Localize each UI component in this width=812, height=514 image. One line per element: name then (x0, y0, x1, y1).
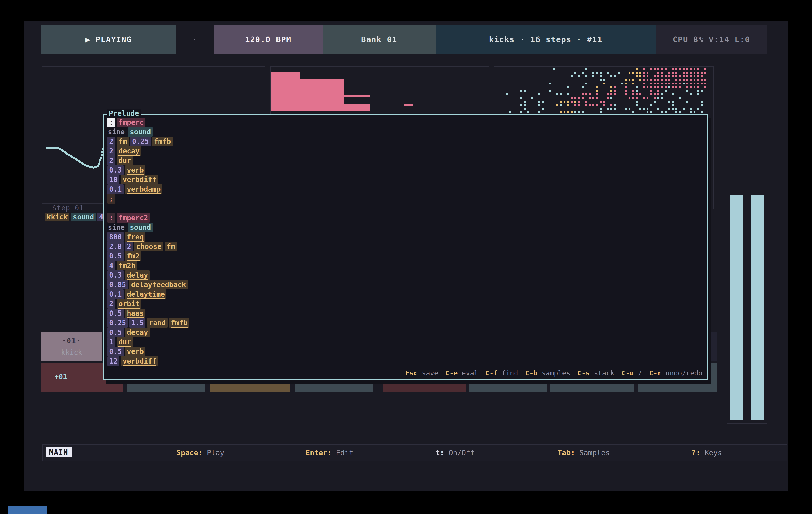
bpm-display[interactable]: 120.0 BPM (213, 25, 323, 54)
stack-dot (578, 100, 580, 102)
stack-dot (567, 100, 569, 102)
taskbar-fragment (8, 506, 47, 514)
stack-dot (643, 79, 645, 81)
stack-dot (596, 97, 598, 99)
editor-token: orbit (117, 299, 141, 309)
editor-line[interactable]: 2dur (108, 156, 705, 165)
stack-dot (690, 68, 692, 70)
editor-token: 0.25 (130, 137, 150, 146)
status-hint: Space: Play (176, 445, 224, 461)
editor-line[interactable]: 2orbit (108, 299, 705, 309)
editor-line[interactable]: ; (108, 194, 705, 204)
stack-dot (636, 68, 638, 70)
editor-token: sine (108, 222, 126, 232)
stack-dot (694, 72, 695, 73)
stack-dot (690, 79, 692, 81)
waveform-dot (53, 147, 55, 149)
editor-line[interactable]: 0.5verb (108, 347, 705, 356)
stack-dot (607, 72, 609, 73)
editor-line[interactable]: 12verbdiff (108, 356, 705, 366)
stack-dot (610, 97, 612, 99)
stack-dot (636, 104, 638, 106)
keybinding-action: undo/redo (662, 369, 702, 377)
stack-dot (610, 108, 612, 110)
editor-line[interactable]: sinesound (108, 222, 705, 232)
editor-line[interactable]: 4fm2h (108, 261, 705, 270)
stack-dot (650, 68, 652, 70)
editor-line[interactable]: 0.85delayfeedback (108, 280, 705, 290)
track-info[interactable]: kicks · 16 steps · #11 (436, 25, 656, 54)
editor-line[interactable]: 2.82choosefm (108, 242, 705, 251)
stack-dot (596, 104, 598, 106)
stack-dot (675, 72, 677, 73)
stack-dot (686, 83, 688, 85)
stack-dot (661, 112, 663, 113)
stack-dot (646, 108, 648, 110)
editor-line[interactable]: 0.1verbdamp (108, 184, 705, 194)
waveform-dot (59, 148, 61, 150)
stack-dot (524, 100, 526, 102)
editor-token: choose (135, 242, 163, 251)
stack-dot (556, 104, 558, 106)
editor-line[interactable]: :fmperc2 (108, 213, 705, 222)
editor-token: fmperc2 (117, 213, 150, 222)
keybinding-key: C-b (525, 369, 538, 377)
stack-dot (563, 100, 566, 102)
system-stats[interactable]: CPU 8% V:14 L:0 (656, 25, 767, 54)
editor-token: verbdamp (125, 184, 163, 194)
editor-line[interactable]: 0.3delay (108, 270, 705, 280)
editor-line[interactable]: :fmperc (108, 118, 705, 127)
stack-dot (675, 86, 677, 88)
editor-token: 1 (108, 337, 115, 347)
stack-dot (661, 83, 663, 85)
stack-dot (683, 83, 685, 85)
editor-line[interactable]: 0.5decay (108, 328, 705, 337)
code-editor[interactable]: Prelude :fmpercsinesound2fm0.25fmfb2deca… (104, 114, 708, 380)
editor-token: dur (117, 156, 133, 165)
stack-dot (650, 90, 652, 92)
stack-dot (614, 108, 616, 110)
stack-dot (582, 72, 583, 73)
status-hint: ?: Keys (692, 445, 722, 461)
stack-dot (632, 79, 634, 81)
editor-token: 0.85 (108, 280, 127, 290)
editor-line[interactable]: sinesound (108, 127, 705, 137)
stack-dot (600, 112, 602, 113)
stack-dot (582, 93, 583, 95)
editor-token: ; (108, 194, 115, 204)
stack-dot (524, 90, 526, 92)
editor-line[interactable]: 2decay (108, 146, 705, 156)
tile-sample-name: kkick (41, 348, 102, 357)
editor-line[interactable]: 2fm0.25fmfb (108, 137, 705, 146)
editor-token: verbdiff (121, 356, 158, 366)
editor-line[interactable]: 10verbdiff (108, 175, 705, 184)
editor-line[interactable]: 0.3verb (108, 165, 705, 175)
pattern-tile[interactable]: ·01·kkick (41, 332, 102, 361)
editor-token: fm2 (125, 251, 141, 261)
editor-line[interactable]: 0.5fm2 (108, 251, 705, 261)
editor-line[interactable]: 0.5haas (108, 309, 705, 318)
editor-line[interactable]: 0.1delaytime (108, 290, 705, 299)
app-window: ▶ PLAYING120.0 BPMBank 01kicks · 16 step… (24, 21, 788, 491)
stack-dot (563, 112, 566, 113)
editor-line[interactable]: 800freq (108, 232, 705, 242)
stack-dot (654, 75, 656, 77)
stack-dot (679, 75, 681, 77)
waveform-dot (48, 147, 50, 149)
stack-dot (683, 72, 685, 73)
editor-line[interactable]: 1dur (108, 337, 705, 347)
stack-dot (697, 83, 699, 85)
status-hint: Tab: Samples (558, 445, 610, 461)
screen: ▶ PLAYING120.0 BPMBank 01kicks · 16 step… (0, 0, 812, 514)
stack-dot (585, 93, 587, 95)
stack-dot (567, 112, 569, 113)
stack-dot (654, 68, 656, 70)
editor-line[interactable]: 0.251.5randfmfb (108, 318, 705, 328)
transport-playing[interactable]: ▶ PLAYING (41, 25, 176, 54)
stack-dot (625, 79, 627, 81)
stack-dot (585, 75, 587, 77)
bank-display[interactable]: Bank 01 (323, 25, 436, 54)
editor-line[interactable] (108, 204, 705, 213)
step-panel-title: Step 01 (50, 204, 86, 212)
editor-token: 4 (108, 261, 115, 270)
